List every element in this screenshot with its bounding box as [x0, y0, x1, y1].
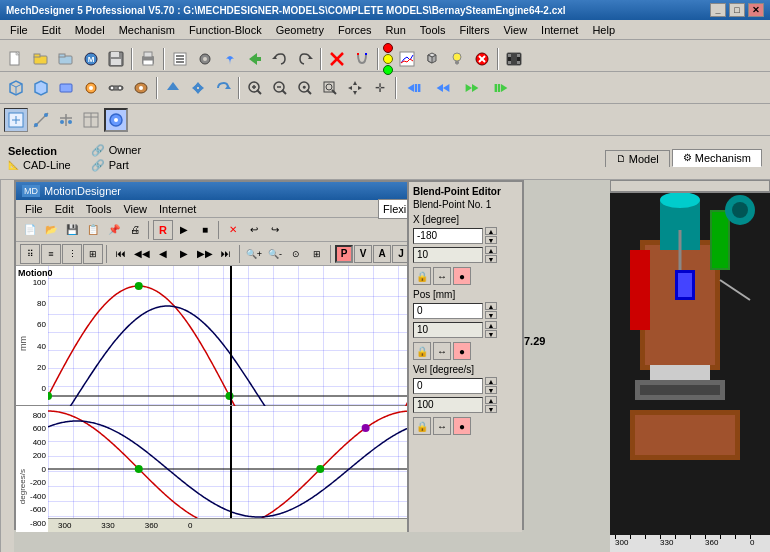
close-button[interactable]: ✕	[748, 3, 764, 17]
forward-button[interactable]	[458, 76, 486, 100]
table-button[interactable]	[79, 108, 103, 132]
md-stop[interactable]: ■	[195, 220, 215, 240]
bpe-pos-up[interactable]: ▲	[485, 302, 497, 310]
tab-model[interactable]: 🗋 Model	[605, 150, 670, 167]
3d-box-button[interactable]	[420, 47, 444, 71]
menu-run[interactable]: Run	[380, 23, 412, 37]
md-t2[interactable]: ≡	[41, 244, 61, 264]
pvaj-a-button[interactable]: A	[373, 245, 391, 263]
bpe-x-down[interactable]: ▼	[485, 236, 497, 244]
print-button[interactable]	[136, 47, 160, 71]
gear-button[interactable]	[193, 47, 217, 71]
bpe-lock3-icon[interactable]: 🔒	[413, 417, 431, 435]
bpe-lock2-icon[interactable]: 🔒	[413, 342, 431, 360]
menu-edit[interactable]: Edit	[36, 23, 67, 37]
close-red-button[interactable]	[470, 47, 494, 71]
md-menu-edit[interactable]: Edit	[50, 203, 79, 215]
md-delete[interactable]: ✕	[223, 220, 243, 240]
md-menu-file[interactable]: File	[20, 203, 48, 215]
menu-internet[interactable]: Internet	[535, 23, 584, 37]
menu-help[interactable]: Help	[586, 23, 621, 37]
menu-file[interactable]: File	[4, 23, 34, 37]
four-arrows-button[interactable]: ✛	[368, 76, 392, 100]
bpe-x-spin-up[interactable]: ▲	[485, 246, 497, 254]
md-menu-view[interactable]: View	[118, 203, 152, 215]
green-arrow-button[interactable]	[243, 47, 267, 71]
md-new[interactable]: 📄	[20, 220, 40, 240]
bpe-vel-spin-down[interactable]: ▼	[485, 405, 497, 413]
md-redo[interactable]: ↪	[265, 220, 285, 240]
undo-button[interactable]	[268, 47, 292, 71]
md-open[interactable]: 📂	[41, 220, 61, 240]
pvaj-p-button[interactable]: P	[335, 245, 353, 263]
save-button[interactable]	[104, 47, 128, 71]
step-back-button[interactable]	[400, 76, 428, 100]
pvaj-v-button[interactable]: V	[354, 245, 372, 263]
md-fwd[interactable]: ▶▶	[195, 244, 215, 264]
redo-button[interactable]	[293, 47, 317, 71]
md-t3[interactable]: ⋮	[62, 244, 82, 264]
part-button[interactable]	[54, 76, 78, 100]
md-zoom-out[interactable]: 🔍-	[265, 244, 285, 264]
zoom-area-button[interactable]	[318, 76, 342, 100]
zoom-out-button[interactable]	[268, 76, 292, 100]
rewind-button[interactable]	[429, 76, 457, 100]
rotate-button[interactable]	[211, 76, 235, 100]
bpe-vel-spin-up[interactable]: ▲	[485, 396, 497, 404]
bpe-vel-spinbox[interactable]: 100	[413, 397, 483, 413]
cam-button[interactable]	[129, 76, 153, 100]
md-play[interactable]: ▶	[174, 220, 194, 240]
md-zoom-all[interactable]: ⊞	[307, 244, 327, 264]
traffic-light-button[interactable]	[382, 42, 394, 76]
move-button[interactable]	[186, 76, 210, 100]
bpe-arrow3-icon[interactable]: ↔	[433, 417, 451, 435]
link-button[interactable]	[104, 76, 128, 100]
bpe-dot-icon[interactable]: ●	[453, 267, 471, 285]
bpe-pos-spin-up[interactable]: ▲	[485, 321, 497, 329]
bpe-pos-spinbox[interactable]: 10	[413, 322, 483, 338]
open-recent-button[interactable]	[54, 47, 78, 71]
maximize-button[interactable]: □	[729, 3, 745, 17]
menu-forces[interactable]: Forces	[332, 23, 378, 37]
bpe-vel-up[interactable]: ▲	[485, 377, 497, 385]
new-button[interactable]	[4, 47, 28, 71]
md-fwd-end[interactable]: ⏭	[216, 244, 236, 264]
md-t4[interactable]: ⊞	[83, 244, 103, 264]
bpe-x-spin-down[interactable]: ▼	[485, 255, 497, 263]
bpe-x-up[interactable]: ▲	[485, 227, 497, 235]
bpe-pos-spin-down[interactable]: ▼	[485, 330, 497, 338]
md-rewind[interactable]: ⏮	[111, 244, 131, 264]
balance-button[interactable]	[54, 108, 78, 132]
scale-button[interactable]	[29, 108, 53, 132]
menu-model[interactable]: Model	[69, 23, 111, 37]
joint-button[interactable]	[79, 76, 103, 100]
md-t1[interactable]: ⠿	[20, 244, 40, 264]
step-forward-button[interactable]	[487, 76, 515, 100]
film-button[interactable]	[502, 47, 526, 71]
md-save[interactable]: 💾	[62, 220, 82, 240]
tab-mechanism[interactable]: ⚙ Mechanism	[672, 149, 762, 167]
md-prev[interactable]: ◀◀	[132, 244, 152, 264]
bpe-lock-icon[interactable]: 🔒	[413, 267, 431, 285]
cube-button[interactable]	[4, 76, 28, 100]
active-tool-button[interactable]	[104, 108, 128, 132]
bpe-arrow-icon[interactable]: ↔	[433, 267, 451, 285]
pan-button[interactable]	[343, 76, 367, 100]
lightbulb-button[interactable]	[445, 47, 469, 71]
bpe-dot3-icon[interactable]: ●	[453, 417, 471, 435]
menu-mechanism[interactable]: Mechanism	[113, 23, 181, 37]
md-copy[interactable]: 📋	[83, 220, 103, 240]
md-step-back[interactable]: ◀	[153, 244, 173, 264]
menu-view[interactable]: View	[497, 23, 533, 37]
menu-filters[interactable]: Filters	[453, 23, 495, 37]
md-print[interactable]: 🖨	[125, 220, 145, 240]
bpe-pos-down[interactable]: ▼	[485, 311, 497, 319]
chart-button[interactable]	[395, 47, 419, 71]
md-step-fwd[interactable]: ▶	[174, 244, 194, 264]
menu-function-block[interactable]: Function-Block	[183, 23, 268, 37]
select-mode-button[interactable]	[4, 108, 28, 132]
bpe-x-spinbox[interactable]: 10	[413, 247, 483, 263]
menu-tools[interactable]: Tools	[414, 23, 452, 37]
zoom-fit-button[interactable]: ●	[293, 76, 317, 100]
md-record[interactable]: R	[153, 220, 173, 240]
